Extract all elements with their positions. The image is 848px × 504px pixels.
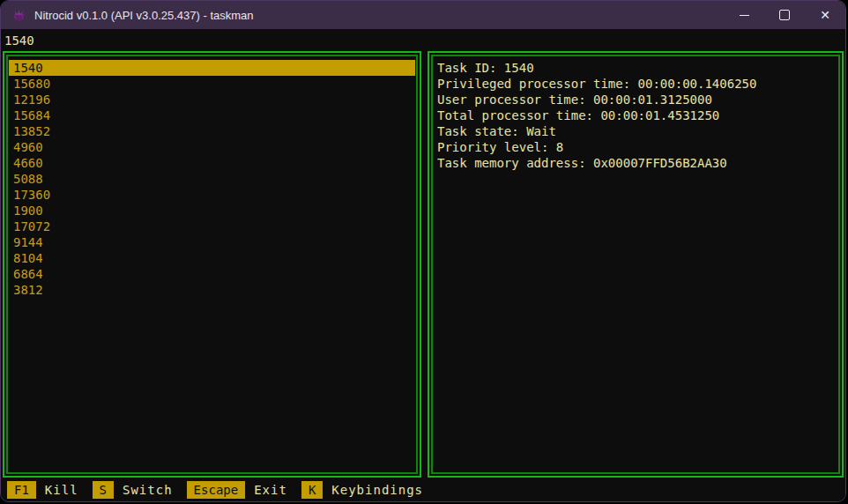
task-detail-line: Total processor time: 00:00:01.4531250 — [434, 107, 837, 123]
task-list: 1540 15680 12196 15684 13852 — [9, 57, 415, 471]
task-id-label: 9144 — [13, 235, 43, 249]
maximize-icon — [779, 10, 790, 20]
close-icon: ✕ — [820, 9, 830, 21]
keybinding[interactable]: Escape Exit — [187, 481, 287, 499]
key-action-label: Exit — [254, 482, 287, 498]
key-chip[interactable]: K — [301, 481, 323, 499]
task-detail-text: Task state: Wait — [437, 124, 556, 138]
task-details-panel: Task ID: 1540 Privileged processor time:… — [428, 51, 844, 478]
task-list-panel: 1540 15680 12196 15684 13852 — [3, 51, 421, 478]
window-title: Nitrocid v0.1.0 (API v3.0.25.437) - task… — [34, 9, 254, 22]
maximize-button[interactable] — [764, 1, 805, 29]
taskman-window: Nitrocid v0.1.0 (API v3.0.25.437) - task… — [0, 0, 846, 502]
current-task-id-line: 1540 — [1, 29, 845, 51]
task-list-item[interactable]: 13852 — [9, 123, 415, 139]
task-list-item[interactable]: 1540 — [9, 60, 415, 76]
keybinding[interactable]: F1 Kill — [7, 481, 78, 499]
task-detail-line: Task ID: 1540 — [434, 60, 837, 76]
window-controls: ✕ — [724, 1, 845, 29]
task-detail-line: Privileged processor time: 00:00:00.1406… — [434, 76, 837, 92]
task-id-label: 15680 — [13, 77, 50, 91]
task-list-item[interactable]: 17072 — [9, 219, 415, 234]
task-details: Task ID: 1540 Privileged processor time:… — [434, 57, 837, 471]
task-detail-text: Priority level: 8 — [437, 140, 563, 154]
task-id-label: 15684 — [13, 108, 50, 122]
task-list-item[interactable]: 1900 — [9, 203, 415, 219]
task-list-item[interactable]: 15680 — [9, 76, 415, 92]
task-id-label: 8104 — [13, 251, 43, 265]
task-list-item[interactable]: 5088 — [9, 171, 415, 187]
task-list-item[interactable]: 15684 — [9, 107, 415, 123]
task-detail-line: Priority level: 8 — [434, 139, 837, 155]
current-task-id: 1540 — [4, 33, 34, 48]
task-detail-text: Task memory address: 0x00007FFD56B2AA30 — [437, 156, 727, 170]
task-detail-text: Task ID: 1540 — [437, 61, 534, 75]
panels: 1540 15680 12196 15684 13852 — [1, 51, 845, 478]
task-id-label: 1540 — [13, 61, 43, 75]
task-detail-line: Task memory address: 0x00007FFD56B2AA30 — [434, 155, 837, 171]
task-list-item[interactable]: 3812 — [9, 282, 415, 298]
minimize-icon — [740, 15, 749, 16]
key-action-label: Keybindings — [331, 482, 423, 498]
minimize-button[interactable] — [724, 1, 764, 29]
task-detail-line: Task state: Wait — [434, 123, 837, 139]
key-action-label: Switch — [123, 482, 173, 498]
key-action-label: Kill — [45, 482, 78, 498]
task-detail-text: Privileged processor time: 00:00:00.1406… — [437, 77, 756, 91]
task-detail-line: User processor time: 00:00:01.3125000 — [434, 92, 837, 107]
task-id-label: 3812 — [13, 283, 43, 297]
task-list-item[interactable]: 12196 — [9, 92, 415, 107]
task-id-label: 1900 — [13, 204, 43, 218]
task-list-item[interactable]: 8104 — [9, 250, 415, 266]
task-list-item[interactable]: 4660 — [9, 155, 415, 171]
task-list-item[interactable]: 6864 — [9, 266, 415, 282]
nitrocid-logo-icon — [11, 9, 26, 22]
task-id-label: 5088 — [13, 172, 43, 186]
close-button[interactable]: ✕ — [805, 1, 845, 29]
key-chip[interactable]: Escape — [187, 481, 246, 499]
task-id-label: 4660 — [13, 156, 43, 170]
keybinding[interactable]: K Keybindings — [301, 481, 423, 499]
key-chip[interactable]: S — [93, 481, 114, 499]
task-id-label: 12196 — [13, 93, 50, 107]
keybinding[interactable]: S Switch — [93, 481, 173, 499]
task-id-label: 17360 — [13, 188, 50, 202]
task-id-label: 4960 — [13, 140, 43, 154]
task-id-label: 6864 — [13, 267, 43, 281]
task-detail-text: User processor time: 00:00:01.3125000 — [437, 93, 712, 107]
task-list-item[interactable]: 17360 — [9, 187, 415, 203]
task-list-item[interactable]: 9144 — [9, 234, 415, 250]
task-detail-text: Total processor time: 00:00:01.4531250 — [437, 108, 719, 122]
keybindings-bar: F1 Kill S Switch Escape Exit K Keybindin… — [1, 478, 845, 501]
task-id-label: 17072 — [13, 219, 50, 233]
task-list-item[interactable]: 4960 — [9, 139, 415, 155]
task-id-label: 13852 — [13, 124, 50, 138]
titlebar[interactable]: Nitrocid v0.1.0 (API v3.0.25.437) - task… — [1, 1, 845, 29]
key-chip[interactable]: F1 — [7, 481, 36, 499]
